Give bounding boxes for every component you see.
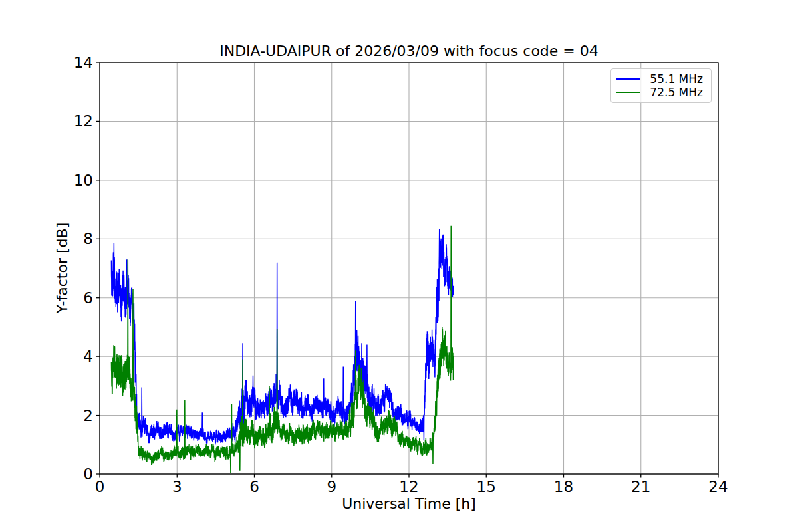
x-tick-label: 15 [463, 478, 509, 495]
x-tick-label: 6 [231, 478, 278, 495]
x-tick-label: 18 [541, 478, 587, 495]
legend-label: 55.1 MHz [640, 72, 703, 86]
y-tick-label: 8 [53, 230, 93, 247]
legend: 55.1 MHz 72.5 MHz [610, 68, 712, 103]
chart-title: INDIA-UDAIPUR of 2026/03/09 with focus c… [100, 42, 718, 61]
legend-label: 72.5 MHz [640, 86, 703, 99]
x-axis-label: Universal Time [h] [100, 495, 718, 513]
y-axis-label: Y-factor [dB] [53, 168, 72, 368]
y-tick-label: 2 [53, 407, 93, 424]
chart-figure: INDIA-UDAIPUR of 2026/03/09 with focus c… [0, 0, 798, 532]
legend-line-sample-green [616, 92, 640, 93]
x-tick-label: 12 [386, 478, 432, 495]
y-tick-label: 14 [53, 54, 93, 71]
x-tick-label: 24 [695, 478, 741, 495]
legend-item-55-1-mhz: 55.1 MHz [616, 72, 703, 86]
legend-line-sample-blue [616, 78, 640, 80]
y-tick-label: 4 [53, 348, 93, 365]
series-group [111, 226, 453, 473]
y-tick-label: 6 [53, 289, 93, 307]
y-tick-label: 12 [53, 112, 93, 130]
y-tick-label: 0 [53, 466, 93, 483]
series-line-55.1-MHz [111, 229, 453, 445]
x-tick-label: 21 [618, 478, 664, 495]
x-tick-label: 9 [309, 478, 355, 495]
legend-item-72-5-mhz: 72.5 MHz [616, 86, 703, 99]
y-tick-label: 10 [53, 172, 93, 189]
x-tick-label: 3 [154, 478, 200, 495]
